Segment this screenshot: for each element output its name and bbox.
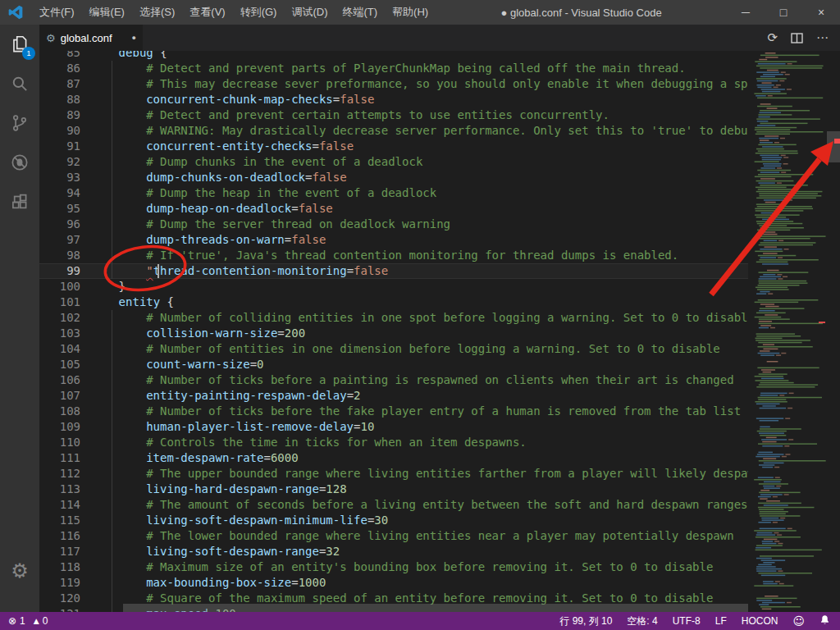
code-line-91[interactable]: 91concurrent-entity-checks=false: [39, 139, 748, 154]
close-button[interactable]: ×: [802, 0, 840, 25]
menu-item[interactable]: 终端(T): [335, 0, 385, 25]
code-line-100[interactable]: 100}: [39, 279, 748, 294]
eol[interactable]: LF: [715, 615, 727, 627]
line-number[interactable]: 111: [48, 450, 80, 466]
line-number[interactable]: 102: [48, 310, 80, 326]
line-number[interactable]: 120: [48, 591, 80, 606]
code-line-93[interactable]: 93dump-chunks-on-deadlock=false: [39, 170, 748, 185]
code-line-115[interactable]: 115living-soft-despawn-minimum-life=30: [39, 513, 748, 528]
line-number[interactable]: 121: [48, 606, 80, 612]
line-number[interactable]: 119: [48, 575, 80, 591]
line-number[interactable]: 87: [48, 76, 80, 92]
line-number[interactable]: 91: [48, 139, 80, 154]
line-number[interactable]: 104: [48, 341, 80, 357]
menu-item[interactable]: 选择(S): [132, 0, 182, 25]
activity-extensions[interactable]: [0, 182, 39, 221]
line-number[interactable]: 98: [48, 248, 80, 263]
code-line-90[interactable]: 90# WARNING: May drastically decrease se…: [39, 123, 748, 139]
line-number[interactable]: 88: [48, 92, 80, 107]
feedback-smiley-icon[interactable]: ☺: [792, 614, 805, 628]
encoding[interactable]: UTF-8: [673, 615, 701, 627]
code-line-97[interactable]: 97dump-threads-on-warn=false: [39, 232, 748, 248]
maximize-button[interactable]: □: [765, 0, 802, 25]
code-line-96[interactable]: 96# Dump the server thread on deadlock w…: [39, 217, 748, 232]
menu-item[interactable]: 调试(D): [284, 0, 335, 25]
line-number[interactable]: 110: [48, 435, 80, 450]
scrollbar-thumb[interactable]: [827, 131, 840, 162]
line-number[interactable]: 114: [48, 497, 80, 513]
language-mode[interactable]: HOCON: [742, 615, 778, 627]
code-line-113[interactable]: 113living-hard-despawn-range=128: [39, 482, 748, 497]
line-number[interactable]: 99: [48, 263, 80, 279]
line-number[interactable]: 100: [48, 279, 80, 294]
code-line-117[interactable]: 117living-soft-despawn-range=32: [39, 544, 748, 559]
activity-explorer[interactable]: 1: [0, 25, 39, 64]
tab-global-conf[interactable]: ⚙ global.conf ●: [39, 25, 143, 51]
line-number[interactable]: 107: [48, 388, 80, 404]
line-number[interactable]: 115: [48, 513, 80, 528]
settings-gear-button[interactable]: ⚙: [0, 551, 39, 591]
line-number[interactable]: 103: [48, 326, 80, 341]
code-line-94[interactable]: 94# Dump the heap in the event of a dead…: [39, 185, 748, 201]
line-number[interactable]: 93: [48, 170, 80, 185]
code-line-99[interactable]: 99"thread-contention-monitoring=false: [39, 263, 748, 279]
code-line-105[interactable]: 105count-warn-size=0: [39, 357, 748, 372]
code-line-85[interactable]: 85debug {: [39, 51, 748, 61]
code-line-119[interactable]: 119max-bounding-box-size=1000: [39, 575, 748, 591]
code-line-106[interactable]: 106# Number of ticks before a painting i…: [39, 372, 748, 388]
code-line-104[interactable]: 104# Number of entities in one dimension…: [39, 341, 748, 357]
minimap[interactable]: [748, 51, 827, 612]
line-number[interactable]: 106: [48, 372, 80, 388]
line-number[interactable]: 101: [48, 294, 80, 310]
code-line-88[interactable]: 88concurrent-chunk-map-checks=false: [39, 92, 748, 107]
notifications-bell-icon[interactable]: [819, 614, 830, 628]
code-line-116[interactable]: 116# The lower bounded range where livin…: [39, 528, 748, 544]
minimize-button[interactable]: ─: [727, 0, 765, 25]
line-number[interactable]: 108: [48, 404, 80, 419]
code-line-109[interactable]: 109human-player-list-remove-delay=10: [39, 419, 748, 435]
code-line-108[interactable]: 108# Number of ticks before the fake pla…: [39, 404, 748, 419]
code-line-92[interactable]: 92# Dump chunks in the event of a deadlo…: [39, 154, 748, 170]
line-number[interactable]: 85: [48, 51, 80, 61]
line-number[interactable]: 94: [48, 185, 80, 201]
more-actions-icon[interactable]: ⋯: [816, 30, 829, 45]
code-line-118[interactable]: 118# Maximum size of an entity's boundin…: [39, 559, 748, 575]
code-line-101[interactable]: 101entity {: [39, 294, 748, 310]
warning-indicator[interactable]: ▲0: [34, 615, 48, 627]
split-editor-icon[interactable]: [791, 33, 803, 43]
menu-item[interactable]: 编辑(E): [82, 0, 132, 25]
activity-search[interactable]: [0, 64, 39, 103]
line-number[interactable]: 117: [48, 544, 80, 559]
error-indicator[interactable]: ⊗1: [8, 615, 25, 627]
code-line-112[interactable]: 112# The upper bounded range where livin…: [39, 466, 748, 482]
vertical-scrollbar[interactable]: [827, 51, 840, 612]
menu-item[interactable]: 查看(V): [182, 0, 232, 25]
menu-item[interactable]: 转到(G): [233, 0, 285, 25]
code-line-98[interactable]: 98# If 'true', Java's thread contention …: [39, 248, 748, 263]
line-number[interactable]: 109: [48, 419, 80, 435]
line-number[interactable]: 90: [48, 123, 80, 139]
cursor-position[interactable]: 行 99, 列 10: [559, 614, 612, 628]
line-number[interactable]: 118: [48, 559, 80, 575]
line-number[interactable]: 95: [48, 201, 80, 217]
line-number[interactable]: 116: [48, 528, 80, 544]
code-line-89[interactable]: 89# Detect and prevent certain attempts …: [39, 107, 748, 123]
activity-debug[interactable]: [0, 143, 39, 182]
code-line-102[interactable]: 102# Number of colliding entities in one…: [39, 310, 748, 326]
line-number[interactable]: 97: [48, 232, 80, 248]
editor-pane[interactable]: 85debug {86# Detect and prevent parts of…: [39, 51, 840, 612]
indentation[interactable]: 空格: 4: [627, 614, 657, 628]
code-line-95[interactable]: 95dump-heap-on-deadlock=false: [39, 201, 748, 217]
code-line-86[interactable]: 86# Detect and prevent parts of PlayerCh…: [39, 61, 748, 76]
code-line-103[interactable]: 103collision-warn-size=200: [39, 326, 748, 341]
activity-source-control[interactable]: [0, 103, 39, 143]
menu-item[interactable]: 文件(F): [32, 0, 82, 25]
horizontal-scrollbar[interactable]: [123, 604, 748, 612]
line-number[interactable]: 89: [48, 107, 80, 123]
code-area[interactable]: 85debug {86# Detect and prevent parts of…: [39, 51, 748, 612]
line-number[interactable]: 92: [48, 154, 80, 170]
code-line-110[interactable]: 110# Controls the time in ticks for when…: [39, 435, 748, 450]
line-number[interactable]: 96: [48, 217, 80, 232]
code-line-114[interactable]: 114# The amount of seconds before a livi…: [39, 497, 748, 513]
menu-item[interactable]: 帮助(H): [385, 0, 436, 25]
